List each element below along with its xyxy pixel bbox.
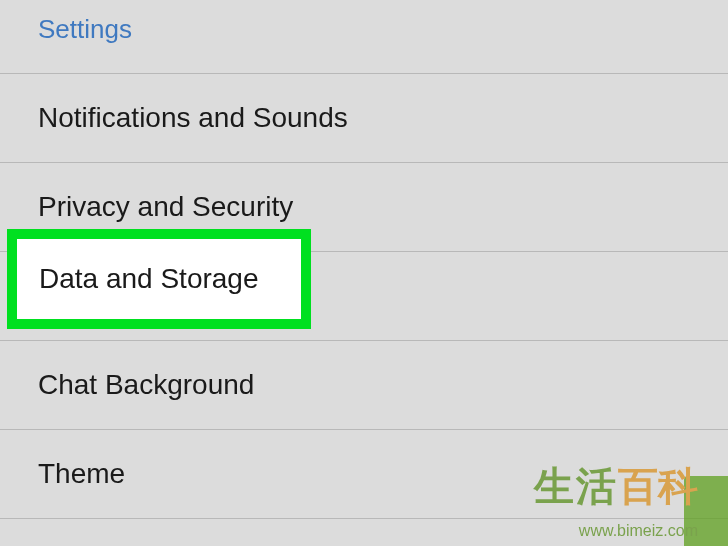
settings-item-label: Chat Background bbox=[38, 369, 254, 401]
watermark-text-1: 生活 bbox=[534, 459, 618, 514]
settings-item-chat-background[interactable]: Chat Background bbox=[0, 340, 728, 429]
highlight-label: Data and Storage bbox=[39, 263, 259, 295]
settings-item-notifications[interactable]: Notifications and Sounds bbox=[0, 73, 728, 162]
watermark-logo: 生活 百科 bbox=[534, 459, 698, 514]
settings-item-label: Notifications and Sounds bbox=[38, 102, 348, 134]
settings-item-label: Privacy and Security bbox=[38, 191, 293, 223]
watermark-url: www.bimeiz.com bbox=[579, 522, 698, 540]
settings-item-label: Theme bbox=[38, 458, 125, 490]
section-header: Settings bbox=[0, 0, 728, 73]
watermark-text-2: 百科 bbox=[618, 459, 698, 514]
watermark: 生活 百科 www.bimeiz.com bbox=[478, 456, 728, 546]
highlight-box: Data and Storage bbox=[7, 229, 311, 329]
